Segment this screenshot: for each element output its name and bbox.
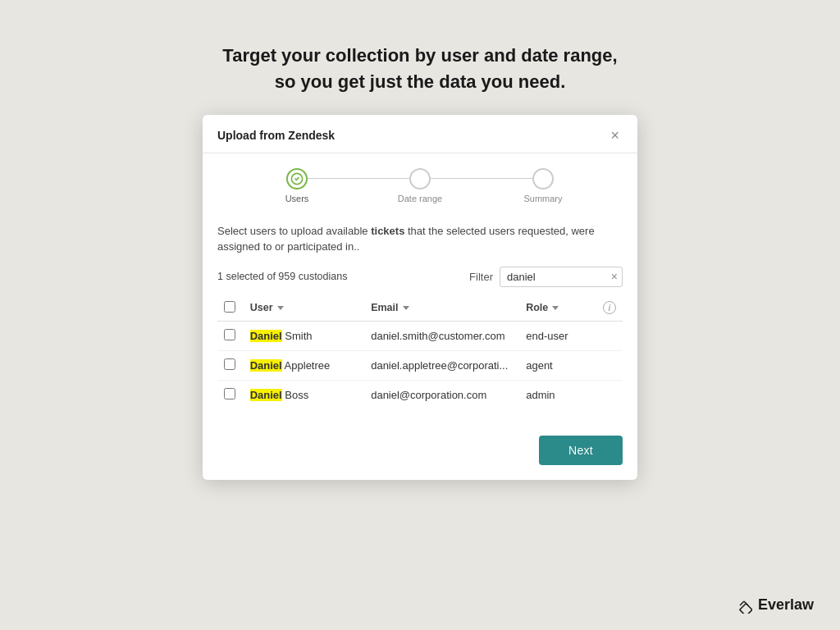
everlaw-logo: Everlaw xyxy=(736,596,814,614)
filter-clear-button[interactable]: × xyxy=(611,271,618,282)
modal: Upload from Zendesk × Users Date range xyxy=(203,115,637,480)
th-role: Role xyxy=(519,295,596,322)
th-select-all xyxy=(217,295,244,322)
everlaw-diamond-icon xyxy=(736,597,752,614)
name-rest: Smith xyxy=(282,330,313,342)
modal-footer: Next xyxy=(203,424,637,480)
modal-close-button[interactable]: × xyxy=(607,126,623,144)
step-users-circle xyxy=(286,168,308,189)
role-cell: agent xyxy=(519,350,596,380)
role-cell: admin xyxy=(519,380,596,409)
highlight-name: Daniel xyxy=(250,359,282,372)
info-icon[interactable]: i xyxy=(603,301,616,314)
filter-row: 1 selected of 959 custodians Filter × xyxy=(217,267,623,287)
modal-header: Upload from Zendesk × xyxy=(203,115,637,153)
steps-bar: Users Date range Summary xyxy=(203,153,637,212)
email-cell: daniel.appletree@corporati... xyxy=(364,350,519,380)
next-button[interactable]: Next xyxy=(539,436,623,465)
step-date-range: Date range xyxy=(358,168,482,203)
email-cell: daniel.smith@customer.com xyxy=(364,321,519,350)
modal-wrapper: Upload from Zendesk × Users Date range xyxy=(0,115,840,480)
headline-line1: Target your collection by user and date … xyxy=(222,45,617,66)
step-summary-label: Summary xyxy=(523,194,562,203)
name-rest: Boss xyxy=(282,389,309,401)
filter-input[interactable] xyxy=(500,267,623,287)
role-sort-icon xyxy=(552,306,559,310)
th-user: User xyxy=(244,295,364,322)
th-info: i xyxy=(596,295,623,322)
row-checkbox-0[interactable] xyxy=(224,329,235,340)
step-summary: Summary xyxy=(482,168,605,203)
step-date-range-circle xyxy=(409,168,431,189)
page-headline: Target your collection by user and date … xyxy=(0,0,840,115)
svg-line-2 xyxy=(740,601,744,605)
role-cell: end-user xyxy=(519,321,596,350)
everlaw-text: Everlaw xyxy=(758,596,814,614)
table-header-row: User Email Role xyxy=(217,295,623,322)
select-all-checkbox[interactable] xyxy=(224,301,235,313)
table-row: Daniel Smithdaniel.smith@customer.comend… xyxy=(217,321,623,350)
name-rest: Appletree xyxy=(282,359,331,372)
users-table: User Email Role xyxy=(217,295,623,409)
user-sort-icon xyxy=(277,306,284,310)
table-row: Daniel Bossdaniel@corporation.comadmin xyxy=(217,380,623,409)
table-row: Daniel Appletreedaniel.appletree@corpora… xyxy=(217,350,623,380)
highlight-name: Daniel xyxy=(250,389,282,401)
headline-line2: so you get just the data you need. xyxy=(275,71,566,92)
selected-count: 1 selected of 959 custodians xyxy=(217,271,347,282)
step-date-range-label: Date range xyxy=(398,194,442,203)
email-cell: daniel@corporation.com xyxy=(364,380,519,409)
filter-input-wrapper: × xyxy=(500,267,623,287)
highlight-name: Daniel xyxy=(250,330,282,342)
filter-group: Filter × xyxy=(469,267,623,287)
email-sort-icon xyxy=(403,306,409,310)
modal-title: Upload from Zendesk xyxy=(217,129,335,142)
th-email: Email xyxy=(364,295,519,322)
step-users: Users xyxy=(235,168,358,203)
svg-rect-1 xyxy=(740,603,752,613)
filter-label: Filter xyxy=(469,271,493,283)
step-summary-circle xyxy=(532,168,554,189)
modal-body: Select users to upload available tickets… xyxy=(203,212,637,424)
step-users-label: Users xyxy=(285,194,309,203)
row-checkbox-1[interactable] xyxy=(224,358,235,370)
row-checkbox-2[interactable] xyxy=(224,388,235,399)
description-text: Select users to upload available tickets… xyxy=(217,223,623,255)
